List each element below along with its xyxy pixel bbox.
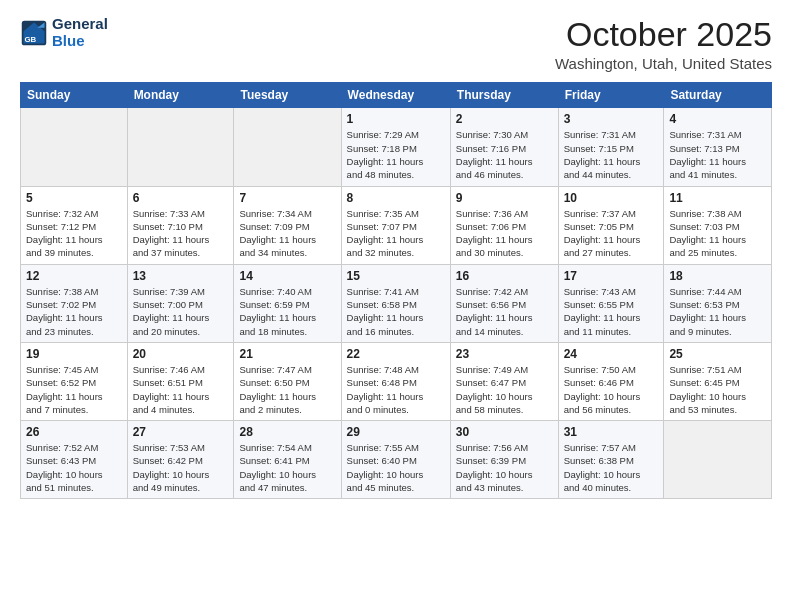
calendar-week-4: 19Sunrise: 7:45 AM Sunset: 6:52 PM Dayli… [21, 342, 772, 420]
day-number: 16 [456, 269, 553, 283]
calendar-cell [664, 421, 772, 499]
calendar-cell: 9Sunrise: 7:36 AM Sunset: 7:06 PM Daylig… [450, 186, 558, 264]
day-info: Sunrise: 7:38 AM Sunset: 7:02 PM Dayligh… [26, 285, 122, 338]
day-info: Sunrise: 7:37 AM Sunset: 7:05 PM Dayligh… [564, 207, 659, 260]
calendar-cell: 18Sunrise: 7:44 AM Sunset: 6:53 PM Dayli… [664, 264, 772, 342]
day-number: 6 [133, 191, 229, 205]
day-number: 11 [669, 191, 766, 205]
calendar-cell: 12Sunrise: 7:38 AM Sunset: 7:02 PM Dayli… [21, 264, 128, 342]
calendar-cell: 26Sunrise: 7:52 AM Sunset: 6:43 PM Dayli… [21, 421, 128, 499]
day-info: Sunrise: 7:57 AM Sunset: 6:38 PM Dayligh… [564, 441, 659, 494]
calendar-cell: 13Sunrise: 7:39 AM Sunset: 7:00 PM Dayli… [127, 264, 234, 342]
day-info: Sunrise: 7:54 AM Sunset: 6:41 PM Dayligh… [239, 441, 335, 494]
day-info: Sunrise: 7:48 AM Sunset: 6:48 PM Dayligh… [347, 363, 445, 416]
calendar-cell: 16Sunrise: 7:42 AM Sunset: 6:56 PM Dayli… [450, 264, 558, 342]
day-info: Sunrise: 7:41 AM Sunset: 6:58 PM Dayligh… [347, 285, 445, 338]
location-title: Washington, Utah, United States [555, 55, 772, 72]
calendar-cell: 2Sunrise: 7:30 AM Sunset: 7:16 PM Daylig… [450, 108, 558, 186]
calendar-cell: 8Sunrise: 7:35 AM Sunset: 7:07 PM Daylig… [341, 186, 450, 264]
calendar-cell: 27Sunrise: 7:53 AM Sunset: 6:42 PM Dayli… [127, 421, 234, 499]
day-number: 8 [347, 191, 445, 205]
day-info: Sunrise: 7:36 AM Sunset: 7:06 PM Dayligh… [456, 207, 553, 260]
day-header-saturday: Saturday [664, 83, 772, 108]
day-info: Sunrise: 7:51 AM Sunset: 6:45 PM Dayligh… [669, 363, 766, 416]
day-info: Sunrise: 7:34 AM Sunset: 7:09 PM Dayligh… [239, 207, 335, 260]
logo-icon: GB [20, 19, 48, 47]
day-info: Sunrise: 7:39 AM Sunset: 7:00 PM Dayligh… [133, 285, 229, 338]
day-info: Sunrise: 7:49 AM Sunset: 6:47 PM Dayligh… [456, 363, 553, 416]
day-number: 28 [239, 425, 335, 439]
day-number: 20 [133, 347, 229, 361]
day-number: 12 [26, 269, 122, 283]
day-number: 18 [669, 269, 766, 283]
calendar-cell: 7Sunrise: 7:34 AM Sunset: 7:09 PM Daylig… [234, 186, 341, 264]
day-info: Sunrise: 7:52 AM Sunset: 6:43 PM Dayligh… [26, 441, 122, 494]
page: GB General Blue October 2025 Washington,… [0, 0, 792, 612]
calendar-cell: 28Sunrise: 7:54 AM Sunset: 6:41 PM Dayli… [234, 421, 341, 499]
day-info: Sunrise: 7:43 AM Sunset: 6:55 PM Dayligh… [564, 285, 659, 338]
day-info: Sunrise: 7:32 AM Sunset: 7:12 PM Dayligh… [26, 207, 122, 260]
calendar-cell: 15Sunrise: 7:41 AM Sunset: 6:58 PM Dayli… [341, 264, 450, 342]
calendar-cell: 11Sunrise: 7:38 AM Sunset: 7:03 PM Dayli… [664, 186, 772, 264]
day-number: 15 [347, 269, 445, 283]
day-info: Sunrise: 7:45 AM Sunset: 6:52 PM Dayligh… [26, 363, 122, 416]
calendar-week-3: 12Sunrise: 7:38 AM Sunset: 7:02 PM Dayli… [21, 264, 772, 342]
day-number: 10 [564, 191, 659, 205]
calendar-cell: 22Sunrise: 7:48 AM Sunset: 6:48 PM Dayli… [341, 342, 450, 420]
day-header-thursday: Thursday [450, 83, 558, 108]
day-number: 17 [564, 269, 659, 283]
day-info: Sunrise: 7:29 AM Sunset: 7:18 PM Dayligh… [347, 128, 445, 181]
day-header-wednesday: Wednesday [341, 83, 450, 108]
calendar-cell: 10Sunrise: 7:37 AM Sunset: 7:05 PM Dayli… [558, 186, 664, 264]
day-info: Sunrise: 7:38 AM Sunset: 7:03 PM Dayligh… [669, 207, 766, 260]
day-number: 1 [347, 112, 445, 126]
day-number: 3 [564, 112, 659, 126]
calendar-cell: 23Sunrise: 7:49 AM Sunset: 6:47 PM Dayli… [450, 342, 558, 420]
day-number: 26 [26, 425, 122, 439]
day-header-sunday: Sunday [21, 83, 128, 108]
calendar-week-2: 5Sunrise: 7:32 AM Sunset: 7:12 PM Daylig… [21, 186, 772, 264]
day-number: 14 [239, 269, 335, 283]
calendar-cell: 25Sunrise: 7:51 AM Sunset: 6:45 PM Dayli… [664, 342, 772, 420]
day-info: Sunrise: 7:33 AM Sunset: 7:10 PM Dayligh… [133, 207, 229, 260]
day-number: 13 [133, 269, 229, 283]
month-title: October 2025 [555, 16, 772, 53]
logo-text: General Blue [52, 16, 108, 49]
calendar-cell: 3Sunrise: 7:31 AM Sunset: 7:15 PM Daylig… [558, 108, 664, 186]
day-number: 27 [133, 425, 229, 439]
day-info: Sunrise: 7:50 AM Sunset: 6:46 PM Dayligh… [564, 363, 659, 416]
calendar-week-1: 1Sunrise: 7:29 AM Sunset: 7:18 PM Daylig… [21, 108, 772, 186]
calendar-cell: 5Sunrise: 7:32 AM Sunset: 7:12 PM Daylig… [21, 186, 128, 264]
day-number: 5 [26, 191, 122, 205]
day-number: 21 [239, 347, 335, 361]
day-info: Sunrise: 7:31 AM Sunset: 7:13 PM Dayligh… [669, 128, 766, 181]
logo-blue: Blue [52, 33, 108, 50]
day-number: 22 [347, 347, 445, 361]
day-info: Sunrise: 7:44 AM Sunset: 6:53 PM Dayligh… [669, 285, 766, 338]
calendar-cell [234, 108, 341, 186]
title-block: October 2025 Washington, Utah, United St… [555, 16, 772, 72]
calendar-header-row: SundayMondayTuesdayWednesdayThursdayFrid… [21, 83, 772, 108]
day-header-monday: Monday [127, 83, 234, 108]
calendar-cell: 14Sunrise: 7:40 AM Sunset: 6:59 PM Dayli… [234, 264, 341, 342]
day-number: 9 [456, 191, 553, 205]
day-info: Sunrise: 7:42 AM Sunset: 6:56 PM Dayligh… [456, 285, 553, 338]
day-info: Sunrise: 7:53 AM Sunset: 6:42 PM Dayligh… [133, 441, 229, 494]
day-header-tuesday: Tuesday [234, 83, 341, 108]
logo-general: General [52, 16, 108, 33]
day-header-friday: Friday [558, 83, 664, 108]
calendar-cell [21, 108, 128, 186]
calendar-cell: 6Sunrise: 7:33 AM Sunset: 7:10 PM Daylig… [127, 186, 234, 264]
calendar-cell: 20Sunrise: 7:46 AM Sunset: 6:51 PM Dayli… [127, 342, 234, 420]
calendar-cell: 17Sunrise: 7:43 AM Sunset: 6:55 PM Dayli… [558, 264, 664, 342]
day-info: Sunrise: 7:55 AM Sunset: 6:40 PM Dayligh… [347, 441, 445, 494]
calendar: SundayMondayTuesdayWednesdayThursdayFrid… [20, 82, 772, 499]
day-number: 4 [669, 112, 766, 126]
day-info: Sunrise: 7:47 AM Sunset: 6:50 PM Dayligh… [239, 363, 335, 416]
calendar-week-5: 26Sunrise: 7:52 AM Sunset: 6:43 PM Dayli… [21, 421, 772, 499]
day-number: 25 [669, 347, 766, 361]
day-info: Sunrise: 7:35 AM Sunset: 7:07 PM Dayligh… [347, 207, 445, 260]
day-info: Sunrise: 7:30 AM Sunset: 7:16 PM Dayligh… [456, 128, 553, 181]
day-number: 7 [239, 191, 335, 205]
day-info: Sunrise: 7:56 AM Sunset: 6:39 PM Dayligh… [456, 441, 553, 494]
